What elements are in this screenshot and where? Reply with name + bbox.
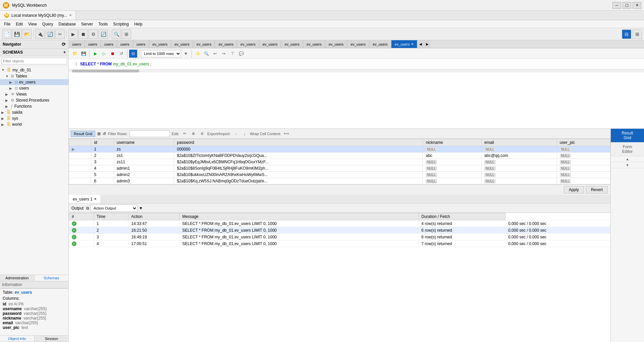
redo-btn[interactable]: ↪ [220, 50, 228, 58]
close-button[interactable]: ✕ [633, 2, 641, 9]
cell-username[interactable]: zs11 [114, 159, 174, 165]
run-button[interactable]: ▶ [68, 30, 78, 39]
cell-username[interactable]: zs1 [114, 153, 174, 159]
cell-id[interactable]: 1 [91, 146, 114, 153]
menu-help[interactable]: Help [131, 21, 145, 27]
query-tab-users-2[interactable]: users [85, 40, 101, 48]
menu-server[interactable]: Server [78, 21, 96, 27]
minimize-button[interactable]: ─ [612, 2, 621, 9]
grid-toggle-button[interactable]: ⊞ [122, 30, 131, 39]
cell-user_pic[interactable]: NULL [557, 178, 610, 184]
scrollbar-thumb[interactable] [72, 70, 139, 72]
table-row[interactable]: ▶1zs000000NULLNULLNULL [69, 146, 610, 153]
menu-tools[interactable]: Tools [96, 21, 110, 27]
menu-query[interactable]: Query [40, 21, 56, 27]
tab-administration[interactable]: Administration [0, 275, 35, 281]
cell-email[interactable]: abc@qq.com [482, 153, 557, 159]
menu-scripting[interactable]: Scripting [110, 21, 131, 27]
query-tab-users-3[interactable]: users [101, 40, 117, 48]
search-replace-btn[interactable]: 🔍 [202, 50, 210, 58]
menu-file[interactable]: File [1, 21, 13, 27]
cell-nickname[interactable]: NULL [423, 165, 482, 172]
cell-nickname[interactable]: abc [423, 153, 482, 159]
grid-col-password[interactable]: password [174, 139, 423, 146]
query-tab-users-5[interactable]: users [133, 40, 149, 48]
save-button[interactable]: 💾 [12, 30, 21, 39]
cell-email[interactable]: NULL [482, 159, 557, 165]
output-tab-close[interactable]: ✕ [94, 197, 97, 201]
query-tab-users-1[interactable]: users [69, 40, 85, 48]
cell-id[interactable]: 4 [91, 165, 114, 172]
action-output-select[interactable]: Action Output [91, 205, 138, 212]
import-btn[interactable]: ↓ [241, 130, 248, 137]
cell-password[interactable]: $2a$10$ukkooUZN00mARZA9hxKwHuWy6MwS... [174, 172, 423, 178]
list-item[interactable]: ✓216:21:50SELECT * FROM my_db_01.ev_user… [69, 227, 610, 234]
cell-nickname[interactable]: NULL [423, 178, 482, 184]
menu-database[interactable]: Database [56, 21, 78, 27]
query-tab-ev-users-8[interactable]: ev_users [303, 40, 325, 48]
delete-row-btn[interactable]: ⊖ [199, 130, 205, 137]
execute-current-btn[interactable]: ▷ [100, 50, 108, 58]
cell-username[interactable]: admin1 [114, 165, 174, 172]
query-tab-ev-users-2[interactable]: ev_users [171, 40, 193, 48]
undo-btn[interactable]: ↩ [211, 50, 219, 58]
output-tab-ev-users-1[interactable]: ev_users 1 ✕ [69, 195, 101, 203]
cell-username[interactable]: zs [114, 146, 174, 153]
grid-col-email[interactable]: email [482, 139, 557, 146]
cell-user_pic[interactable]: NULL [557, 172, 610, 178]
cell-username[interactable]: admin3 [114, 178, 174, 184]
open-file-btn[interactable]: 📁 [71, 50, 79, 58]
tab-object-info[interactable]: Object Info [0, 336, 35, 342]
new-file-button[interactable]: 📄 [2, 30, 11, 39]
query-tab-ev-users-1[interactable]: ev_users [149, 40, 171, 48]
cell-nickname[interactable]: NULL [423, 172, 482, 178]
list-item[interactable]: ✓114:33:47SELECT * FROM my_db_01.ev_user… [69, 220, 610, 227]
list-item[interactable]: ✓316:49:19SELECT * FROM my_db_01.ev_user… [69, 234, 610, 240]
execute-btn[interactable]: ▶ [91, 50, 99, 58]
tree-item-tables[interactable]: ▼ ⊞ Tables [0, 73, 68, 79]
menu-edit[interactable]: Edit [13, 21, 25, 27]
layout-btn-1[interactable]: ⊟ [622, 30, 631, 39]
wrap-btn[interactable]: ⟺ [283, 130, 290, 137]
cell-password[interactable]: $2a$10$ZlTIctomtyKNaBFDDPDVauy2srjcGQua.… [174, 153, 423, 159]
editor-scrollbar[interactable] [69, 69, 644, 72]
menu-view[interactable]: View [25, 21, 40, 27]
editor-content[interactable]: 1 SELECT * FROM my_db_01.ev_users ; [69, 59, 644, 69]
right-panel-scroll-down[interactable]: ▼ [611, 162, 644, 168]
cell-nickname[interactable]: NULL [423, 159, 482, 165]
query-tab-ev-users-10[interactable]: ev_users [347, 40, 369, 48]
tree-item-world[interactable]: ▶ 🗄 world [0, 121, 68, 127]
tree-item-users[interactable]: ▶ ⊡ users [0, 85, 68, 91]
cell-id[interactable]: 2 [91, 153, 114, 159]
table-row[interactable]: 6admin3$2a$10$Kq.zW5SJ.NABmq0gODzTdueOut… [69, 178, 610, 184]
instance-tab-close[interactable]: ✕ [69, 13, 72, 17]
tree-item-sakila[interactable]: ▶ 🗄 sakila [0, 109, 68, 115]
table-row[interactable]: 3zs11$2a$10$yEqJMbvLx6CBMNCFq1HbqOGoxYMz… [69, 159, 610, 165]
search-button[interactable]: 🔍 [112, 30, 121, 39]
query-tab-ev-users-7[interactable]: ev_users [281, 40, 303, 48]
tree-item-my-db-01[interactable]: ▼ 🗄 my_db_01 [0, 67, 68, 73]
limit-select[interactable]: Limit to 1000 rows [141, 50, 181, 57]
sql-text[interactable]: SELECT * FROM my_db_01.ev_users ; [80, 61, 642, 67]
refresh-execute-btn[interactable]: ↺ [117, 50, 125, 58]
grid-col-user-pic[interactable]: user_pic [557, 139, 610, 146]
save-file-btn[interactable]: 💾 [79, 50, 88, 58]
copy-row-btn[interactable]: ⊕ [190, 130, 197, 137]
toggle-output-btn[interactable]: ⊟ [129, 50, 137, 58]
form-editor-btn[interactable]: FormEditor [611, 142, 644, 156]
limit-dropdown-btn[interactable]: ▼ [182, 50, 190, 58]
filter-rows-input[interactable] [129, 130, 170, 137]
cell-user_pic[interactable]: NULL [557, 165, 610, 172]
query-tab-ev-users-active[interactable]: ev_users ✕ [391, 40, 418, 48]
tab-nav-left[interactable]: ◀ [417, 40, 424, 48]
tree-item-ev-users[interactable]: ▶ ⊡ ev_users [0, 79, 68, 85]
edit-pencil-btn[interactable]: ✏ [181, 130, 188, 137]
query-tab-close[interactable]: ✕ [411, 42, 414, 46]
tree-item-stored-procedures[interactable]: ▶ ⚙ Stored Procedures [0, 97, 68, 103]
tree-item-sys[interactable]: ▶ 🗄 sys [0, 115, 68, 121]
cell-email[interactable]: NULL [482, 165, 557, 172]
stop-button[interactable]: ⏹ [78, 30, 88, 39]
stop-execute-btn[interactable]: ⏹ [109, 50, 117, 58]
cell-user_pic[interactable]: NULL [557, 146, 610, 153]
grid-col-username[interactable]: username [114, 139, 174, 146]
